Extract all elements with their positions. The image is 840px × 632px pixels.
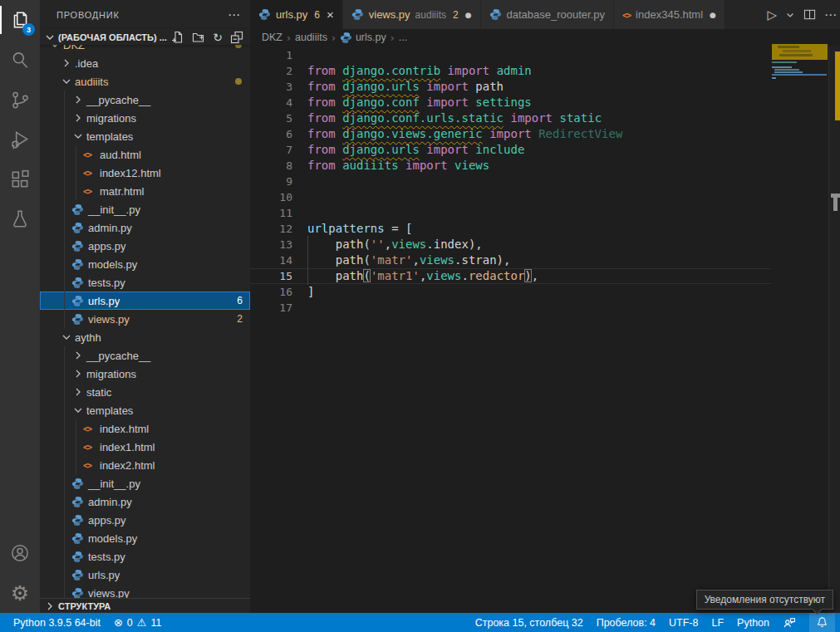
code-line-16[interactable]: 16] (250, 284, 771, 300)
activity-extensions-button[interactable] (0, 159, 40, 199)
tree-item-__init__.py[interactable]: __init__.py (40, 200, 250, 218)
breadcrumb-item-...[interactable]: ... (399, 32, 407, 43)
tree-item-apps.py[interactable]: apps.py (40, 237, 250, 255)
feedback-icon[interactable] (783, 613, 796, 632)
code-line-6[interactable]: 6from django.views.generic import Redire… (250, 126, 771, 142)
problems-status[interactable]: ⊗ 0 ⚠ 11 (114, 613, 162, 632)
tree-item-__pycache__[interactable]: __pycache__ (40, 91, 250, 109)
code-editor[interactable]: 12from django.contrib import admin3from … (250, 46, 840, 613)
tree-item-.idea[interactable]: .idea (40, 54, 250, 72)
new-folder-icon[interactable] (192, 31, 205, 44)
line-number: 1 (250, 49, 292, 61)
tree-item-index.html[interactable]: <>index.html (40, 419, 250, 438)
activity-search-button[interactable] (0, 40, 40, 80)
new-file-icon[interactable] (171, 31, 184, 44)
tab-index345.html[interactable]: <>index345.html● (614, 0, 725, 29)
line-number: 12 (250, 223, 292, 235)
code-line-9[interactable]: 9 (250, 174, 771, 189)
code-line-13[interactable]: 13 path('',views.index), (250, 237, 771, 252)
tree-item-aud.html[interactable]: <>aud.html (40, 145, 250, 164)
tree-item-migrations[interactable]: migrations (40, 109, 250, 127)
tree-item-urls.py[interactable]: urls.py6 (40, 292, 250, 310)
accounts-button[interactable] (0, 533, 40, 573)
code-line-3[interactable]: 3from django.urls import path (250, 79, 771, 95)
cursor-position-status[interactable]: Строка 15, столбец 32 (475, 613, 583, 632)
tree-item-templates[interactable]: templates (40, 401, 250, 419)
chevron-right-icon (71, 93, 85, 106)
breadcrumb-item-audiiits[interactable]: audiiits (295, 32, 327, 43)
python-interpreter-status[interactable]: Python 3.9.5 64-bit (13, 613, 101, 632)
tree-item-migrations[interactable]: migrations (40, 365, 250, 383)
tree-item-__init__.py[interactable]: __init__.py (40, 474, 250, 492)
indent-guide (76, 182, 76, 200)
activity-run-debug-button[interactable] (0, 120, 40, 159)
activity-source-control-button[interactable] (0, 80, 40, 120)
run-dropdown-chevron-icon[interactable] (785, 10, 795, 20)
tree-item-templates[interactable]: templates (40, 127, 250, 145)
encoding-status[interactable]: UTF-8 (669, 613, 698, 632)
activity-explorer-button[interactable]: 3 (0, 0, 40, 40)
tree-item-index1.html[interactable]: <>index1.html (40, 438, 250, 456)
tree-item-DKZ[interactable]: DKZ (40, 45, 250, 54)
tree-item-index12.html[interactable]: <>index12.html (40, 164, 250, 182)
tree-item-tests.py[interactable]: tests.py (40, 547, 250, 566)
workspace-section-header[interactable]: (РАБОЧАЯ ОБЛАСТЬ) ... ↻ (40, 29, 250, 45)
tab-database_roouter.py[interactable]: database_roouter.py (481, 0, 615, 29)
settings-button[interactable]: ⚙ (0, 573, 40, 613)
notifications-bell-icon[interactable] (809, 613, 835, 632)
tab-label: views.py (369, 8, 410, 21)
breadcrumb-item-urls.py[interactable]: urls.py (340, 32, 386, 44)
unsaved-dot-icon[interactable]: ● (710, 11, 716, 19)
tree-item-models.py[interactable]: models.py (40, 529, 250, 547)
tree-item-index2.html[interactable]: <>index2.html (40, 456, 250, 474)
tree-item-static[interactable]: static (40, 383, 250, 401)
code-line-14[interactable]: 14 path('matr',views.stran), (250, 252, 771, 268)
python-file-icon (71, 294, 86, 307)
tab-urls.py[interactable]: urls.py6× (250, 0, 343, 29)
status-right: Строка 15, столбец 32 Пробелов: 4 UTF-8 … (475, 613, 840, 632)
code-line-10[interactable]: 10 (250, 189, 771, 205)
language-mode-status[interactable]: Python (737, 613, 769, 632)
tree-item-matr.html[interactable]: <>matr.html (40, 182, 250, 200)
eol-status[interactable]: LF (711, 613, 724, 632)
code-line-8[interactable]: 8from audiiits import views (250, 158, 771, 174)
collapse-all-icon[interactable] (230, 31, 243, 44)
code-line-7[interactable]: 7from django.urls import include (250, 142, 771, 158)
tab-problems-badge: 6 (314, 9, 320, 21)
breadcrumb-item-DKZ[interactable]: DKZ (262, 32, 282, 43)
code-line-12[interactable]: 12urlpatterns = [ (250, 221, 771, 237)
tree-item-views.py[interactable]: views.py (40, 584, 250, 598)
code-line-15[interactable]: 15 path('matr1',views.redactor), (250, 268, 771, 284)
python-file-icon (71, 513, 86, 527)
code-line-1[interactable]: 1 (250, 47, 771, 63)
outline-section-header[interactable]: СТРУКТУРА (40, 598, 250, 613)
tree-item-models.py[interactable]: models.py (40, 255, 250, 273)
unsaved-dot-icon[interactable]: ● (465, 11, 472, 19)
split-editor-icon[interactable] (803, 8, 816, 21)
run-python-file-button[interactable]: ▷ (767, 7, 777, 22)
chevron-right-icon (60, 56, 73, 70)
minimap[interactable] (771, 46, 828, 613)
code-line-2[interactable]: 2from django.contrib import admin (250, 63, 771, 79)
tree-item-views.py[interactable]: views.py2 (40, 310, 250, 328)
code-line-17[interactable]: 17 (250, 300, 771, 316)
more-actions-icon[interactable]: ⋯ (824, 7, 837, 22)
tree-item-admin.py[interactable]: admin.py (40, 218, 250, 237)
tree-item-urls.py[interactable]: urls.py (40, 566, 250, 584)
refresh-icon[interactable]: ↻ (213, 32, 223, 43)
activity-testing-button[interactable] (0, 199, 40, 239)
tree-item-apps.py[interactable]: apps.py (40, 511, 250, 529)
vertical-scrollbar[interactable] (828, 46, 840, 613)
code-line-11[interactable]: 11 (250, 205, 771, 221)
tree-item-aythh[interactable]: aythh (40, 328, 250, 346)
tree-item-tests.py[interactable]: tests.py (40, 273, 250, 292)
code-line-5[interactable]: 5from django.conf.urls.static import sta… (250, 110, 771, 126)
tree-item-admin.py[interactable]: admin.py (40, 492, 250, 511)
indentation-status[interactable]: Пробелов: 4 (597, 613, 656, 632)
code-line-4[interactable]: 4from django.conf import settings (250, 95, 771, 110)
tab-views.py[interactable]: views.pyaudiiits2● (343, 0, 481, 29)
tree-item-audiiits[interactable]: audiiits (40, 72, 250, 91)
close-icon[interactable]: × (327, 8, 334, 21)
tree-item-__pycache__[interactable]: __pycache__ (40, 346, 250, 365)
explorer-more-actions-button[interactable]: ⋯ (228, 7, 240, 22)
